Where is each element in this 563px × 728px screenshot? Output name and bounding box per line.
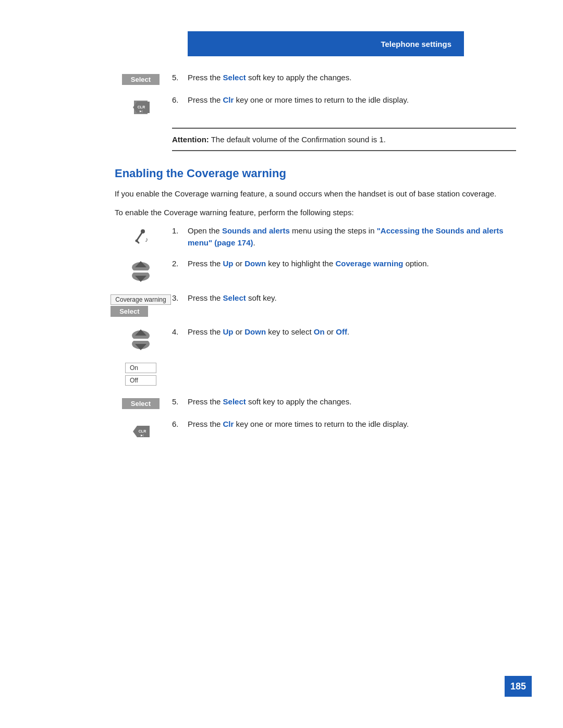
content-area: Select 5. Press the Select soft key to a…	[115, 72, 516, 442]
nav-up-icon-4	[130, 328, 152, 339]
step-5: Select 5. Press the Select soft key to a…	[115, 396, 516, 409]
step-3-inline: 3. Press the Select soft key.	[172, 292, 516, 304]
clr-highlight-6: Clr	[223, 419, 234, 428]
step-5-content: Press the Select soft key to apply the c…	[188, 396, 351, 408]
step-5-inline: 5. Press the Select soft key to apply th…	[172, 396, 516, 408]
section-heading: Enabling the Coverage warning	[115, 167, 516, 180]
step-4-text: 4. Press the Up or Down key to select On…	[167, 326, 516, 338]
select-icon-col-pre: Select	[115, 72, 167, 85]
down-highlight: Down	[244, 259, 266, 268]
nav-down-icon	[130, 273, 152, 283]
step-2-inline: 2. Press the Up or Down key to highlight…	[172, 258, 516, 270]
svg-text:♪: ♪	[145, 236, 149, 243]
onoff-row: On Off	[115, 361, 516, 387]
attention-box: Attention: The default volume of the Con…	[172, 128, 516, 151]
step-5-icon: Select	[115, 396, 167, 409]
on-display: On	[125, 363, 156, 373]
clr-key-icon-6: CLR ▶|	[130, 421, 152, 442]
step-1-icon: ♪	[115, 225, 167, 246]
pre-step-6-content: Press the Clr key one or more times to r…	[188, 94, 409, 106]
step-1-inline: 1. Open the Sounds and alerts menu using…	[172, 225, 516, 249]
attention-label: Attention: The default volume of the Con…	[172, 135, 386, 144]
step-3-content: Press the Select soft key.	[188, 292, 277, 304]
clr-highlight: Clr	[223, 95, 234, 104]
off-highlight: Off	[336, 327, 347, 336]
onoff-icon-col: On Off	[115, 361, 167, 387]
step-3-icon: Coverage warning Select	[115, 292, 167, 317]
select-button-pre[interactable]: Select	[122, 74, 160, 85]
pre-step-6-text: 6. Press the Clr key one or more times t…	[167, 94, 516, 106]
up-highlight-4: Up	[223, 327, 234, 336]
select-button-3[interactable]: Select	[111, 306, 148, 317]
step-2-num: 2.	[172, 258, 185, 270]
nav-up-icon	[130, 260, 152, 270]
clr-icon-col-pre: CLR ▶|	[115, 94, 167, 118]
sounds-alerts-link[interactable]: Sounds and alerts	[222, 226, 290, 235]
on-highlight: On	[314, 327, 325, 336]
step-1-num: 1.	[172, 225, 185, 249]
pre-step-6: CLR ▶| 6. Press the Clr key one or more …	[115, 94, 516, 118]
pre-step-6-inline: 6. Press the Clr key one or more times t…	[172, 94, 516, 106]
section-para1: If you enable the Coverage warning featu…	[115, 188, 516, 200]
step-2-text: 2. Press the Up or Down key to highlight…	[167, 258, 516, 270]
coverage-warning-highlight: Coverage warning	[335, 259, 403, 268]
step-4-num: 4.	[172, 326, 185, 338]
pre-step-5-content: Press the Select soft key to apply the c…	[188, 72, 351, 84]
step-1: ♪ 1. Open the Sounds and alerts menu usi…	[115, 225, 516, 249]
step-2-content: Press the Up or Down key to highlight th…	[188, 258, 429, 270]
page-title: Telephone settings	[381, 40, 451, 48]
off-display: Off	[125, 375, 156, 386]
svg-text:CLR: CLR	[138, 105, 145, 109]
select-button-5[interactable]: Select	[122, 398, 160, 409]
step-6: CLR ▶| 6. Press the Clr key one or more …	[115, 418, 516, 442]
step-3-text: 3. Press the Select soft key.	[167, 292, 516, 304]
svg-text:▶|: ▶|	[141, 434, 143, 437]
coverage-warning-display: Coverage warning	[111, 294, 170, 305]
up-highlight: Up	[223, 259, 234, 268]
step-6-icon: CLR ▶|	[115, 418, 167, 442]
step-6-inline: 6. Press the Clr key one or more times t…	[172, 418, 516, 430]
step-4-content: Press the Up or Down key to select On or…	[188, 326, 349, 338]
step-1-content: Open the Sounds and alerts menu using th…	[188, 225, 516, 249]
nav-key-updown-4	[130, 328, 152, 351]
svg-text:▶|: ▶|	[140, 109, 142, 113]
section-para2: To enable the Coverage warning feature, …	[115, 206, 516, 219]
page-number: 185	[505, 676, 532, 697]
pre-step-5: Select 5. Press the Select soft key to a…	[115, 72, 516, 85]
page-header-bar: Telephone settings	[188, 31, 464, 56]
pre-step-5-num: 5.	[172, 72, 185, 84]
step-6-num: 6.	[172, 418, 185, 430]
select-highlight: Select	[223, 73, 246, 82]
step-2-icon	[115, 258, 167, 283]
svg-text:CLR: CLR	[139, 429, 146, 433]
down-highlight-4: Down	[244, 327, 266, 336]
pre-step-6-num: 6.	[172, 94, 185, 106]
nav-down-icon-4	[130, 341, 152, 351]
step-5-text: 5. Press the Select soft key to apply th…	[167, 396, 516, 408]
sounds-icon: ♪	[131, 227, 150, 246]
step-6-text: 6. Press the Clr key one or more times t…	[167, 418, 516, 430]
pre-step-5-text: 5. Press the Select soft key to apply th…	[167, 72, 516, 84]
step-4-inline: 4. Press the Up or Down key to select On…	[172, 326, 516, 338]
svg-point-7	[136, 240, 138, 242]
svg-point-5	[141, 229, 145, 233]
step-3: Coverage warning Select 3. Press the Sel…	[115, 292, 516, 317]
onoff-display-col: On Off	[125, 363, 156, 387]
clr-key-icon: CLR ▶|	[130, 96, 152, 118]
step-4: 4. Press the Up or Down key to select On…	[115, 326, 516, 351]
step-6-content: Press the Clr key one or more times to r…	[188, 418, 409, 430]
select-highlight-3: Select	[223, 293, 246, 302]
step-3-num: 3.	[172, 292, 185, 304]
step-2: 2. Press the Up or Down key to highlight…	[115, 258, 516, 283]
pre-step-5-inline: 5. Press the Select soft key to apply th…	[172, 72, 516, 84]
step-1-text: 1. Open the Sounds and alerts menu using…	[167, 225, 516, 249]
step-3-display-col: Coverage warning Select	[111, 294, 170, 317]
step-4-icon	[115, 326, 167, 351]
nav-key-updown	[130, 260, 152, 283]
step-5-num: 5.	[172, 396, 185, 408]
select-highlight-5: Select	[223, 397, 246, 406]
